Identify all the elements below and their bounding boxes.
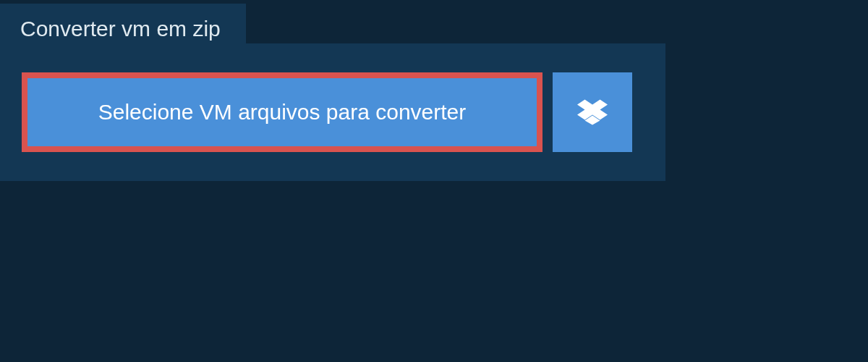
button-row: Selecione VM arquivos para converter <box>22 72 665 152</box>
tab-title: Converter vm em zip <box>20 17 221 41</box>
dropbox-icon <box>577 97 608 127</box>
select-files-button[interactable]: Selecione VM arquivos para converter <box>22 72 542 152</box>
conversion-card: Converter vm em zip Selecione VM arquivo… <box>0 43 665 181</box>
tab-converter[interactable]: Converter vm em zip <box>0 4 246 54</box>
card-body: Selecione VM arquivos para converter <box>0 43 665 152</box>
select-files-label: Selecione VM arquivos para converter <box>98 100 467 125</box>
dropbox-button[interactable] <box>553 72 632 152</box>
